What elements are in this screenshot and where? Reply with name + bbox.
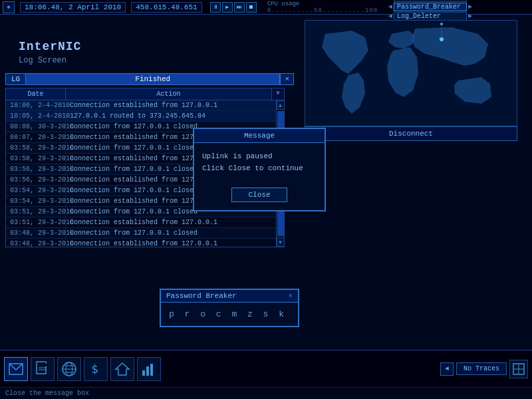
svg-text:$: $ xyxy=(91,362,98,376)
bottom-right: ◄ No Traces xyxy=(440,360,528,378)
svg-point-2 xyxy=(440,23,443,25)
scroll-up-btn[interactable]: ▲ xyxy=(277,100,285,110)
finished-prefix: LG xyxy=(5,73,25,85)
log-row: 03:48, 29-3-2010Connection from 127.0.0.… xyxy=(6,228,284,239)
icon-envelope[interactable] xyxy=(4,357,28,381)
pw-title-bar: Password Breaker × xyxy=(161,290,298,303)
datetime-display: 18:06.48, 2 April 2010 xyxy=(20,2,126,13)
finished-close-btn[interactable]: × xyxy=(280,73,294,85)
svg-rect-16 xyxy=(150,364,153,376)
log-row: 18:06, 2-4-2010Connection established fr… xyxy=(6,100,284,111)
cpu-scale: 0..........50..........100 xyxy=(267,7,378,14)
icon-dollar[interactable]: $ xyxy=(84,357,108,381)
bottom-bar: $ ◄ No Traces xyxy=(0,350,532,387)
nav-left-btn[interactable]: ◄ xyxy=(440,362,454,376)
log-row: 18:05, 2-4-2010127.0.0.1 routed to 373.2… xyxy=(6,111,284,122)
log-row: 03:51, 29-3-2010Connection established f… xyxy=(6,217,284,228)
svg-rect-14 xyxy=(142,370,145,376)
app-icon: ◈ xyxy=(3,1,15,13)
forward-btn[interactable]: ⏭ xyxy=(234,2,245,13)
top-bar: ◈ 18:06.48, 2 April 2010 458.615.48.651 … xyxy=(0,0,532,15)
menu-trace-tracker[interactable]: ◄ Trace_Tracker ► xyxy=(388,0,472,2)
address-display: 458.615.48.651 xyxy=(131,2,201,13)
col-action: Action xyxy=(66,88,271,100)
pw-letters: p r o c m z s k xyxy=(161,303,298,326)
svg-rect-15 xyxy=(146,366,149,376)
disconnect-btn[interactable]: Disconnect xyxy=(305,126,517,141)
col-date: Date xyxy=(6,88,66,100)
icon-house[interactable] xyxy=(110,357,134,381)
log-close-btn[interactable]: × xyxy=(271,88,284,100)
password-breaker: Password Breaker × p r o c m z s k xyxy=(160,289,299,327)
msg-body: Uplink is paused Click Close to continue xyxy=(194,143,325,182)
status-bar: Close the message box xyxy=(0,387,532,399)
play-btn[interactable]: ▶ xyxy=(222,2,233,13)
svg-marker-13 xyxy=(116,363,129,375)
pause-btn[interactable]: ⏸ xyxy=(210,2,221,13)
log-table-header: Date Action × xyxy=(6,88,284,100)
bottom-right-icon[interactable] xyxy=(509,360,528,378)
icon-document[interactable] xyxy=(31,357,55,381)
cpu-label: CPU usage xyxy=(267,1,378,7)
finished-bar: LG Finished × xyxy=(5,73,294,85)
scroll-down-btn[interactable]: ▼ xyxy=(277,237,285,247)
no-traces-btn[interactable]: No Traces xyxy=(456,362,507,375)
msg-close-btn[interactable]: Close xyxy=(231,188,287,202)
icon-globe[interactable] xyxy=(57,357,81,381)
status-text: Close the message box xyxy=(5,390,89,397)
playback-controls: ⏸ ▶ ⏭ ⏹ xyxy=(210,2,257,13)
pw-close-btn[interactable]: × xyxy=(288,292,293,300)
message-dialog: Message Uplink is paused Click Close to … xyxy=(193,128,326,211)
pw-title-text: Password Breaker xyxy=(166,292,237,300)
msg-line2: Click Close to continue xyxy=(202,163,317,175)
finished-text: Finished xyxy=(25,73,280,85)
left-panel: InterNIC Log Screen LG Finished × Date A… xyxy=(0,15,299,367)
end-btn[interactable]: ⏹ xyxy=(246,2,257,13)
icon-chart[interactable] xyxy=(137,357,161,381)
menu-password-breaker[interactable]: ◄ Password_Breaker ► xyxy=(388,3,472,11)
msg-line1: Uplink is paused xyxy=(202,151,317,163)
world-map xyxy=(305,20,517,126)
app-title: InterNIC xyxy=(19,40,294,53)
main-area: InterNIC Log Screen LG Finished × Date A… xyxy=(0,15,532,367)
right-panel: Disconnect xyxy=(299,15,532,367)
log-row: 03:48, 29-3-2010Connection established f… xyxy=(6,239,284,247)
app-subtitle: Log Screen xyxy=(19,56,294,65)
msg-title: Message xyxy=(194,129,325,143)
